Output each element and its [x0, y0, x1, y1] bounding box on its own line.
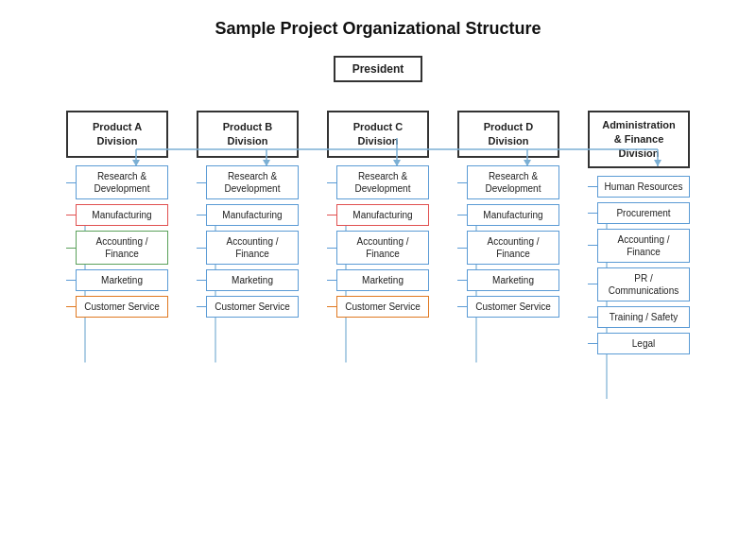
division-col-product-b: Product BDivisionResearch &DevelopmentMa… [185, 111, 310, 322]
sub-item-wrapper: Legal [588, 333, 690, 354]
sub-item-box: Accounting /Finance [206, 231, 299, 265]
sub-connector [588, 284, 597, 284]
sub-item-box: Marketing [336, 269, 429, 291]
sub-items-admin: Human ResourcesProcurementAccounting /Fi… [588, 176, 690, 359]
sub-item-box: Manufacturing [336, 204, 429, 226]
sub-item-wrapper: Manufacturing [327, 204, 429, 226]
sub-connector [327, 182, 336, 183]
sub-connector [327, 280, 336, 281]
sub-connector [327, 215, 336, 215]
sub-item-wrapper: Customer Service [66, 296, 168, 318]
sub-connector [66, 280, 76, 281]
sub-connector [197, 306, 206, 307]
sub-items-product-a: Research &DevelopmentManufacturingAccoun… [66, 165, 168, 322]
sub-item-wrapper: Manufacturing [197, 204, 299, 226]
sub-item-wrapper: Accounting /Finance [327, 231, 429, 265]
sub-items-product-c: Research &DevelopmentManufacturingAccoun… [327, 165, 429, 322]
sub-item-box: Manufacturing [76, 204, 168, 226]
sub-connector [66, 306, 76, 307]
sub-item-wrapper: Accounting /Finance [197, 231, 299, 265]
sub-connector [327, 306, 336, 307]
division-box-product-c: Product CDivision [327, 111, 429, 158]
sub-item-wrapper: Accounting /Finance [457, 231, 559, 265]
sub-item-wrapper: Marketing [457, 269, 559, 291]
sub-item-box: Marketing [467, 269, 559, 291]
division-col-admin: Administration& FinanceDivisionHuman Res… [576, 111, 701, 359]
sub-connector [588, 343, 597, 344]
sub-item-box: Accounting /Finance [467, 231, 559, 265]
sub-item-wrapper: Customer Service [197, 296, 299, 318]
sub-connector [588, 186, 597, 187]
sub-item-wrapper: Customer Service [457, 296, 559, 318]
sub-item-wrapper: Manufacturing [66, 204, 168, 226]
divisions-row: Product ADivisionResearch &DevelopmentMa… [19, 111, 737, 359]
sub-item-box: Research &Development [467, 165, 559, 199]
sub-item-wrapper: Human Resources [588, 176, 690, 198]
sub-item-wrapper: PR /Communications [588, 267, 690, 301]
sub-connector [66, 248, 76, 249]
sub-connector [197, 182, 206, 183]
sub-item-wrapper: Research &Development [197, 165, 299, 199]
sub-items-product-d: Research &DevelopmentManufacturingAccoun… [457, 165, 559, 322]
sub-item-wrapper: Procurement [588, 202, 690, 224]
sub-item-box: Manufacturing [467, 204, 559, 226]
sub-connector [197, 215, 206, 215]
sub-connector [588, 245, 597, 246]
sub-connector [457, 215, 467, 215]
sub-connector [588, 317, 597, 318]
sub-connector [66, 182, 76, 183]
sub-item-wrapper: Research &Development [457, 165, 559, 199]
president-row: President [19, 56, 737, 82]
sub-item-wrapper: Manufacturing [457, 204, 559, 226]
page-title: Sample Project Organizational Structure [19, 19, 737, 39]
division-col-product-a: Product ADivisionResearch &DevelopmentMa… [55, 111, 180, 322]
sub-item-box: Customer Service [76, 296, 168, 318]
sub-item-box: Research &Development [336, 165, 429, 199]
division-col-product-d: Product DDivisionResearch &DevelopmentMa… [446, 111, 571, 322]
sub-item-wrapper: Marketing [197, 269, 299, 291]
sub-item-wrapper: Training / Safety [588, 306, 690, 328]
sub-item-box: Marketing [76, 269, 168, 291]
sub-item-box: Manufacturing [206, 204, 299, 226]
sub-connector [588, 213, 597, 214]
sub-connector [457, 306, 467, 307]
sub-connector [197, 248, 206, 249]
sub-item-wrapper: Accounting /Finance [588, 229, 690, 263]
division-box-product-a: Product ADivision [66, 111, 168, 158]
sub-item-wrapper: Research &Development [327, 165, 429, 199]
sub-connector [197, 280, 206, 281]
sub-item-wrapper: Accounting /Finance [66, 231, 168, 265]
page: Sample Project Organizational Structure … [0, 0, 756, 534]
sub-connector [457, 182, 467, 183]
sub-item-box: Customer Service [336, 296, 429, 318]
division-box-admin: Administration& FinanceDivision [588, 111, 690, 168]
sub-item-box: Accounting /Finance [76, 231, 168, 265]
sub-item-box: Legal [597, 333, 690, 354]
sub-item-wrapper: Marketing [66, 269, 168, 291]
sub-item-box: Research &Development [76, 165, 168, 199]
sub-item-box: Accounting /Finance [336, 231, 429, 265]
sub-items-product-b: Research &DevelopmentManufacturingAccoun… [197, 165, 299, 322]
president-box: President [334, 56, 423, 82]
sub-connector [66, 215, 76, 215]
division-box-product-d: Product DDivision [457, 111, 559, 158]
sub-item-box: Training / Safety [597, 306, 690, 328]
sub-connector [327, 248, 336, 249]
sub-item-box: Human Resources [597, 176, 690, 198]
division-col-product-c: Product CDivisionResearch &DevelopmentMa… [316, 111, 440, 322]
sub-item-box: Research &Development [206, 165, 299, 199]
sub-item-box: Accounting /Finance [597, 229, 690, 263]
division-box-product-b: Product BDivision [197, 111, 299, 158]
sub-item-box: Customer Service [206, 296, 299, 318]
sub-item-box: Customer Service [467, 296, 559, 318]
sub-item-box: Marketing [206, 269, 299, 291]
sub-item-box: PR /Communications [597, 267, 690, 301]
sub-connector [457, 280, 467, 281]
sub-item-wrapper: Marketing [327, 269, 429, 291]
sub-connector [457, 248, 467, 249]
sub-item-wrapper: Customer Service [327, 296, 429, 318]
sub-item-box: Procurement [597, 202, 690, 224]
sub-item-wrapper: Research &Development [66, 165, 168, 199]
president-label: President [352, 62, 404, 76]
